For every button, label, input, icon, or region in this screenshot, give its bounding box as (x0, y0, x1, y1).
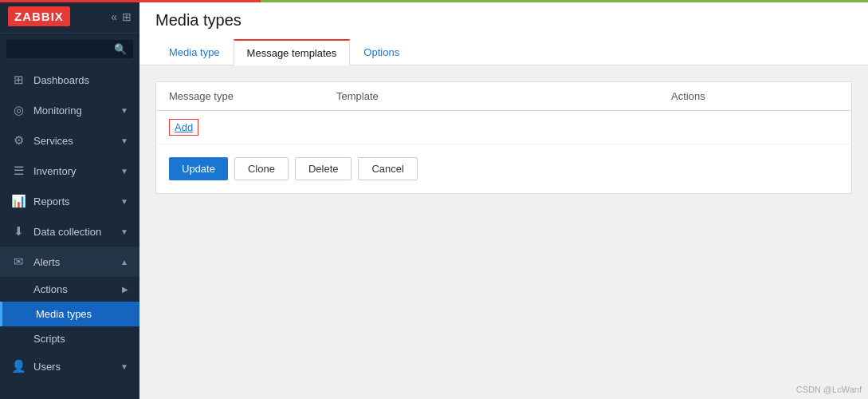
table-header: Message type Template Actions (156, 82, 851, 111)
sidebar-item-services[interactable]: ⚙ Services ▼ (0, 125, 139, 156)
add-link[interactable]: Add (169, 119, 198, 136)
sidebar-item-label: Users (33, 361, 61, 373)
chevron-up-icon: ▲ (120, 258, 128, 267)
dashboards-icon: ⊞ (11, 73, 26, 87)
search-input[interactable] (13, 44, 114, 55)
col-actions: Actions (671, 90, 839, 102)
services-icon: ⚙ (11, 133, 26, 148)
main-header: Media types Media type Message templates… (139, 0, 868, 65)
sidebar-item-label: Monitoring (33, 105, 82, 117)
monitoring-icon: ◎ (11, 103, 26, 117)
col-message-type: Message type (169, 90, 336, 102)
sidebar-item-label: Reports (33, 196, 70, 207)
sidebar-subitem-scripts[interactable]: Scripts (0, 326, 139, 351)
sidebar-item-label: Inventory (33, 165, 76, 177)
chevron-down-icon: ▼ (120, 197, 128, 206)
sidebar-item-label: Services (33, 135, 73, 147)
action-buttons: Update Clone Delete Cancel (156, 144, 851, 193)
tab-message-templates[interactable]: Message templates (234, 39, 351, 65)
tabs: Media type Message templates Options (155, 39, 852, 65)
chevron-down-icon: ▼ (120, 136, 128, 145)
sidebar-item-label: Data collection (33, 226, 101, 238)
delete-button[interactable]: Delete (295, 157, 352, 180)
sidebar-subitem-label: Media types (36, 308, 92, 320)
search-box: 🔍 (6, 40, 133, 58)
watermark: CSDN @LcWanf (796, 385, 862, 394)
data-collection-icon: ⬇ (11, 224, 26, 239)
sidebar-subitem-actions[interactable]: Actions ▶ (0, 277, 139, 302)
sidebar-header: ZABBIX « ⊞ (0, 0, 139, 34)
sidebar-item-label: Dashboards (33, 74, 89, 86)
sidebar-item-monitoring[interactable]: ◎ Monitoring ▼ (0, 95, 139, 125)
sidebar-subitem-label: Scripts (33, 333, 65, 345)
sidebar-item-label: Alerts (33, 256, 60, 268)
update-button[interactable]: Update (169, 157, 228, 180)
sidebar-item-alerts[interactable]: ✉ Alerts ▲ (0, 247, 139, 277)
main-content: Media types Media type Message templates… (139, 0, 868, 399)
collapse-icon[interactable]: « (111, 10, 117, 23)
clone-button[interactable]: Clone (234, 157, 289, 180)
cancel-button[interactable]: Cancel (358, 157, 417, 180)
sidebar-item-reports[interactable]: 📊 Reports ▼ (0, 186, 139, 216)
alerts-icon: ✉ (11, 255, 26, 269)
sidebar-subitem-label: Actions (33, 283, 68, 295)
content-area: Message type Template Actions Add Update… (139, 65, 868, 399)
chevron-down-icon: ▼ (120, 106, 128, 115)
sidebar-subitem-media-types[interactable]: Media types (0, 302, 139, 326)
sidebar-item-dashboards[interactable]: ⊞ Dashboards (0, 65, 139, 95)
logo: ZABBIX (8, 6, 70, 26)
chevron-right-icon: ▶ (122, 285, 128, 294)
sidebar-item-inventory[interactable]: ☰ Inventory ▼ (0, 156, 139, 186)
tab-options[interactable]: Options (350, 39, 413, 65)
inventory-icon: ☰ (11, 164, 26, 178)
reports-icon: 📊 (11, 194, 26, 208)
tab-media-type[interactable]: Media type (155, 39, 234, 65)
page-title: Media types (155, 11, 852, 30)
table-body: Add (156, 111, 851, 144)
col-template: Template (336, 90, 671, 102)
grid-icon[interactable]: ⊞ (122, 10, 132, 23)
sidebar-controls: « ⊞ (111, 10, 132, 23)
sidebar-item-users[interactable]: 👤 Users ▼ (0, 351, 139, 381)
chevron-down-icon: ▼ (120, 362, 128, 371)
top-bar (0, 0, 868, 2)
sidebar: ZABBIX « ⊞ 🔍 ⊞ Dashboards ◎ Monitoring ▼… (0, 0, 139, 399)
users-icon: 👤 (11, 359, 26, 373)
search-icon: 🔍 (114, 43, 127, 55)
chevron-down-icon: ▼ (120, 227, 128, 236)
chevron-down-icon: ▼ (120, 167, 128, 176)
sidebar-item-data-collection[interactable]: ⬇ Data collection ▼ (0, 216, 139, 247)
content-card: Message type Template Actions Add Update… (155, 81, 852, 194)
